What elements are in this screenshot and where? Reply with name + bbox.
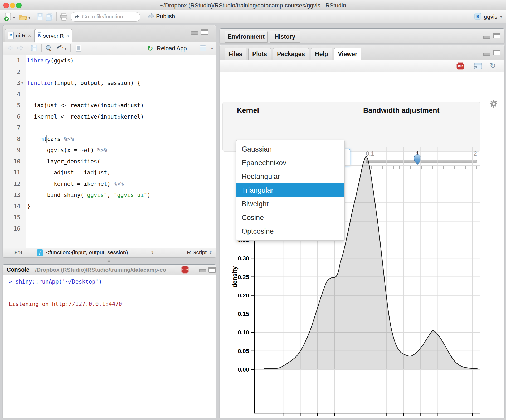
line-number: 10: [3, 156, 20, 167]
kernel-dropdown-menu: GaussianEpanechnikovRectangularTriangula…: [236, 140, 345, 241]
line-number: 7: [3, 122, 20, 133]
env-minimize-icon[interactable]: [483, 36, 490, 39]
open-in-new-window-icon[interactable]: [472, 62, 483, 71]
svg-text:0.30: 0.30: [238, 255, 249, 262]
line-number: 11: [3, 167, 20, 178]
tab-files[interactable]: Files: [225, 48, 246, 60]
svg-text:0.05: 0.05: [238, 348, 249, 354]
compile-report-icon[interactable]: [75, 45, 82, 53]
gear-icon[interactable]: [490, 100, 498, 109]
minimize-pane-icon[interactable]: [191, 31, 198, 35]
code-editor[interactable]: 123▾45678910111213141516 library(ggvis)f…: [3, 55, 216, 248]
kernel-option-epanechnikov[interactable]: Epanechnikov: [236, 156, 344, 170]
source-pane: Rui.R×Rserver.R× ▾ ↻ Reload App ▾ 123▾45…: [3, 25, 216, 257]
svg-text:R: R: [476, 14, 479, 19]
project-caret-icon[interactable]: ▾: [500, 14, 502, 19]
fold-toggle-icon[interactable]: ▾: [21, 77, 23, 89]
tab-label: server.R: [43, 33, 64, 39]
publish-button[interactable]: Publish: [156, 13, 175, 20]
env-maximize-icon[interactable]: [493, 33, 500, 38]
tab-viewer[interactable]: Viewer: [334, 48, 361, 60]
tab-help[interactable]: Help: [311, 48, 332, 60]
code-tools-caret-icon[interactable]: ▾: [65, 46, 66, 51]
source-pane-layout-icon[interactable]: [199, 45, 207, 53]
console-working-directory: ~/Dropbox (RStudio)/RStudio/training/dat…: [32, 267, 198, 273]
print-icon[interactable]: [60, 13, 68, 22]
reload-app-icon[interactable]: ↻: [147, 45, 153, 53]
kernel-option-biweight[interactable]: Biweight: [236, 197, 344, 211]
maximize-pane-icon[interactable]: [201, 29, 208, 35]
line-number: 16: [3, 223, 20, 234]
open-file-caret-icon[interactable]: ▾: [28, 16, 30, 20]
line-number: 8: [3, 134, 20, 145]
console-command: > shiny::runApp('~/Desktop'): [9, 276, 213, 287]
close-tab-icon[interactable]: ×: [28, 32, 31, 39]
find-icon[interactable]: [45, 45, 52, 53]
viewer-stop-icon[interactable]: STOP: [456, 62, 464, 70]
save-all-icon[interactable]: [45, 13, 54, 22]
open-file-icon[interactable]: [18, 13, 27, 22]
tab-environment[interactable]: Environment: [225, 31, 268, 43]
kernel-option-rectangular[interactable]: Rectangular: [236, 170, 344, 183]
code-line: }: [27, 201, 216, 212]
viewer-tab-strip: FilesPlotsPackagesHelpViewer: [220, 45, 504, 61]
new-file-icon[interactable]: [4, 13, 12, 22]
console-maximize-icon[interactable]: [208, 267, 216, 273]
text-cursor: [46, 135, 47, 143]
files-minimize-icon[interactable]: [483, 53, 490, 56]
r-file-icon: R: [38, 32, 41, 39]
tab-packages[interactable]: Packages: [273, 48, 309, 60]
console-title: Console: [7, 266, 30, 273]
console-stop-icon[interactable]: STOP: [181, 266, 189, 274]
back-icon[interactable]: [7, 45, 14, 52]
line-number: 9: [3, 145, 20, 156]
code-line: mtcars %>%: [27, 134, 216, 145]
tab-history[interactable]: History: [270, 31, 300, 43]
editor-status-bar: 8:9 f <function>(input, output, session)…: [3, 248, 216, 257]
refresh-icon[interactable]: ↻: [490, 61, 496, 70]
files-maximize-icon[interactable]: [493, 50, 500, 55]
scope-selector[interactable]: <function>(input, output, session): [46, 249, 128, 256]
publish-icon[interactable]: [148, 13, 155, 21]
viewer-toolbar: STOP ↻: [220, 60, 504, 72]
title-bar: ~/Dropbox (RStudio)/RStudio/training/dat…: [0, 0, 506, 10]
svg-text:0.15: 0.15: [238, 311, 249, 317]
kernel-option-optcosine[interactable]: Optcosine: [236, 224, 344, 238]
goto-file-search[interactable]: Go to file/function: [71, 12, 140, 22]
kernel-option-triangular[interactable]: Triangular: [236, 183, 344, 197]
console-output[interactable]: > shiny::runApp('~/Desktop')Listening on…: [3, 275, 216, 418]
code-tools-wand-icon[interactable]: [56, 45, 64, 53]
pane-caret-icon[interactable]: ▾: [211, 46, 213, 51]
svg-text:density: density: [231, 266, 238, 288]
save-icon[interactable]: [36, 13, 44, 22]
close-tab-icon[interactable]: ×: [66, 33, 69, 39]
console-cursor: [9, 311, 9, 319]
tab-plots[interactable]: Plots: [248, 48, 271, 60]
kernel-option-gaussian[interactable]: Gaussian: [236, 142, 344, 156]
line-number: 12: [3, 178, 20, 189]
file-type-selector[interactable]: R Script: [187, 249, 207, 256]
project-menu[interactable]: ggvis: [484, 13, 497, 20]
cursor-position: 8:9: [14, 249, 22, 256]
forward-icon[interactable]: [17, 45, 23, 52]
r-file-icon: R: [8, 32, 14, 39]
editor-tab-uiR[interactable]: Rui.R×: [5, 29, 35, 42]
viewer-pane: FilesPlotsPackagesHelpViewer STOP ↻ 0.51…: [220, 45, 504, 418]
editor-tab-serverR[interactable]: Rserver.R×: [35, 29, 72, 43]
save-icon[interactable]: [31, 45, 38, 52]
line-number: 15: [3, 212, 20, 223]
code-line: adjust = iadjust,: [27, 167, 216, 178]
new-file-caret-icon[interactable]: ▾: [13, 16, 15, 20]
line-number: 3: [3, 77, 20, 89]
svg-text:0.20: 0.20: [238, 292, 249, 299]
window-title: ~/Dropbox (RStudio)/RStudio/training/dat…: [0, 2, 506, 9]
editor-gutter: 123▾45678910111213141516: [3, 55, 26, 248]
pane-resize-grip[interactable]: =: [105, 259, 112, 263]
kernel-label: Kernel: [237, 106, 259, 115]
reload-app-button[interactable]: Reload App: [157, 45, 187, 52]
rstudio-window: { "window": { "title": "~/Dropbox (RStud…: [0, 0, 506, 420]
console-minimize-icon[interactable]: [199, 269, 206, 272]
kernel-option-cosine[interactable]: Cosine: [236, 211, 344, 224]
line-number: 2: [3, 66, 20, 77]
editor-toolbar: ▾ ↻ Reload App ▾: [3, 42, 216, 55]
